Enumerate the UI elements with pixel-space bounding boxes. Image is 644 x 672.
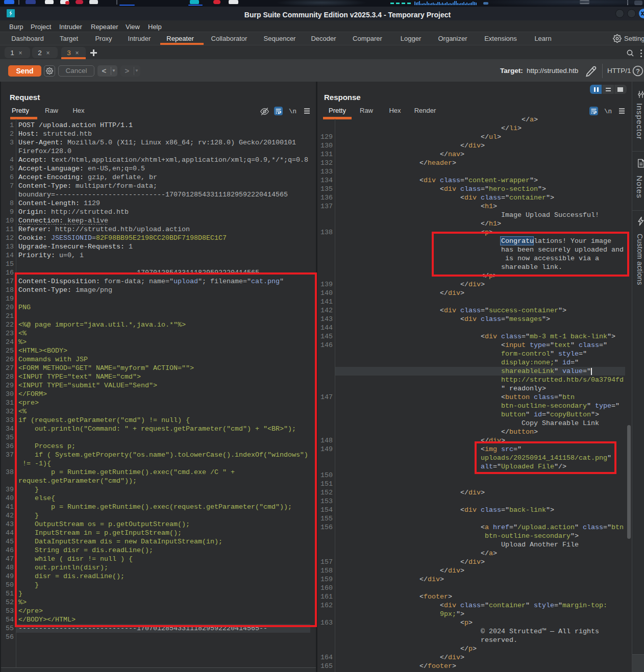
svg-text:?: ? [636, 67, 640, 75]
